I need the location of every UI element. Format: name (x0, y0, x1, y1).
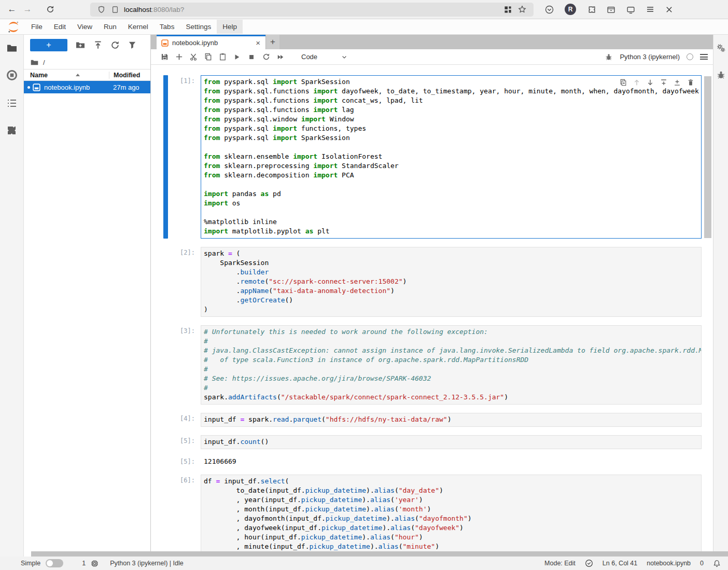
new-folder-icon[interactable] (75, 40, 86, 50)
running-kernels-icon[interactable] (6, 69, 18, 81)
cell-editor[interactable]: spark = ( SparkSession .builder .remote(… (201, 247, 702, 317)
column-header-modified[interactable]: Modified (109, 72, 150, 79)
kernel-status-text[interactable]: Python 3 (ipykernel) | Idle (110, 560, 184, 567)
cell-editor[interactable]: # Unfortunately this is needed to work a… (201, 325, 702, 405)
menu-edit[interactable]: Edit (48, 20, 72, 34)
cell-editor[interactable]: df = input_df.select( to_date(input_df.p… (201, 475, 702, 557)
upload-icon[interactable] (93, 40, 103, 50)
cell-editor[interactable]: input_df = spark.read.parquet("hdfs://hd… (201, 413, 702, 427)
kernel-name[interactable]: Python 3 (ipykernel) (620, 53, 680, 61)
code-line: %matplotlib inline (204, 217, 701, 227)
file-row-notebook[interactable]: notebook.ipynb 27m ago (24, 81, 150, 93)
right-activity-bar (713, 35, 728, 557)
code-line: from pyspark.sql.functions import lag (204, 105, 701, 115)
column-header-name[interactable]: Name (24, 72, 109, 79)
url-text: localhost:8080/lab? (124, 6, 501, 13)
cell-collapser[interactable] (163, 247, 168, 317)
containers-grid-icon[interactable] (504, 6, 512, 13)
profile-avatar[interactable]: R (565, 4, 576, 15)
notebook-panel: notebook.ipynb × + (151, 35, 713, 557)
file-name: notebook.ipynb (44, 84, 109, 91)
insert-below-icon[interactable] (674, 79, 681, 86)
menu-view[interactable]: View (72, 20, 98, 34)
code-cell: [1]:from pyspark.sql import SparkSession… (163, 75, 702, 239)
debugger-icon[interactable] (716, 70, 726, 80)
code-line: input_df.count() (204, 437, 701, 447)
browser-reload-icon[interactable] (43, 2, 58, 17)
cell-editor[interactable]: from pyspark.sql import SparkSessionfrom… (201, 75, 702, 239)
refresh-icon[interactable] (110, 40, 120, 50)
bookmark-star-icon[interactable] (518, 5, 526, 13)
notification-count[interactable]: 0 (700, 560, 704, 567)
notebook-content[interactable]: [1]:from pyspark.sql import SparkSession… (151, 65, 713, 557)
cut-icon[interactable] (189, 53, 198, 61)
cell-collapser[interactable] (163, 435, 168, 449)
archive-icon[interactable] (607, 5, 615, 14)
kernel-status-icon[interactable] (687, 53, 693, 60)
file-browser-tab-icon[interactable] (6, 42, 18, 54)
code-cell: [3]:# Unfortunately this is needed to wo… (163, 325, 702, 405)
copy-icon[interactable] (204, 53, 212, 61)
shield-icon[interactable] (97, 6, 105, 13)
code-line: , minute(input_df.pickup_datetime).alias… (204, 542, 701, 551)
tab-notebook[interactable]: notebook.ipynb × (157, 35, 265, 49)
duplicate-icon[interactable] (620, 79, 627, 86)
add-cell-icon[interactable] (175, 53, 183, 61)
menu-kernel[interactable]: Kernel (122, 20, 154, 34)
new-tab-button[interactable]: + (265, 35, 279, 49)
code-line: # of type scala.Function3 in instance of… (204, 355, 701, 365)
tab-close-icon[interactable]: × (255, 38, 261, 47)
move-down-icon[interactable] (647, 79, 654, 86)
cell-editor[interactable]: input_df.count() (201, 435, 702, 449)
move-up-icon[interactable] (633, 79, 640, 86)
new-launcher-button[interactable]: + (30, 39, 67, 51)
kernel-count[interactable]: 1 (82, 560, 86, 567)
extensions-puzzle-icon[interactable] (587, 5, 596, 14)
cell-type-dropdown[interactable]: Code (299, 52, 349, 62)
restart-kernel-icon[interactable] (262, 53, 270, 61)
folder-icon (30, 58, 39, 67)
pocket-icon[interactable] (545, 5, 554, 14)
breadcrumb[interactable]: / (24, 55, 150, 69)
cell-collapser[interactable] (163, 75, 168, 239)
status-filename[interactable]: notebook.ipynb (647, 560, 691, 567)
restart-run-all-icon[interactable] (276, 53, 285, 61)
cursor-position[interactable]: Ln 6, Col 41 (603, 560, 637, 567)
mode-indicator[interactable]: Mode: Edit (544, 560, 576, 567)
cell-collapser[interactable] (163, 475, 168, 557)
page-info-icon[interactable] (111, 6, 119, 13)
browser-forward-icon[interactable]: → (20, 2, 35, 17)
simple-mode-toggle[interactable] (46, 559, 63, 567)
delete-icon[interactable] (687, 79, 694, 86)
save-icon[interactable] (160, 53, 169, 61)
insert-above-icon[interactable] (660, 79, 667, 86)
table-of-contents-icon[interactable] (6, 97, 18, 109)
screenshare-icon[interactable] (626, 5, 635, 14)
debugger-toggle-icon[interactable] (605, 53, 613, 61)
menu-tabs[interactable]: Tabs (154, 20, 180, 34)
notebook-scrollbar[interactable] (704, 76, 711, 238)
menu-file[interactable]: File (25, 20, 48, 34)
url-bar[interactable]: localhost:8080/lab? (90, 3, 534, 17)
paste-icon[interactable] (218, 53, 227, 61)
cell-collapser[interactable] (163, 413, 168, 427)
extension-manager-icon[interactable] (6, 124, 18, 137)
breadcrumb-root[interactable]: / (43, 59, 45, 66)
toolbar-menu-icon[interactable] (700, 53, 708, 61)
run-icon[interactable] (233, 53, 241, 61)
browser-back-icon[interactable]: ← (4, 2, 20, 17)
bell-icon[interactable] (713, 560, 721, 567)
menu-run[interactable]: Run (98, 20, 122, 34)
trust-shield-icon[interactable] (585, 559, 593, 567)
menu-settings[interactable]: Settings (180, 20, 217, 34)
code-line (204, 180, 701, 189)
output-collapser[interactable] (163, 457, 168, 465)
open-file-dot (27, 86, 30, 89)
window-close-icon[interactable] (665, 6, 673, 13)
cell-collapser[interactable] (163, 325, 168, 405)
property-inspector-icon[interactable] (716, 43, 726, 53)
browser-menu-icon[interactable] (646, 5, 654, 13)
filter-icon[interactable] (128, 40, 137, 50)
stop-icon[interactable] (247, 53, 256, 61)
menu-help[interactable]: Help (217, 20, 243, 34)
